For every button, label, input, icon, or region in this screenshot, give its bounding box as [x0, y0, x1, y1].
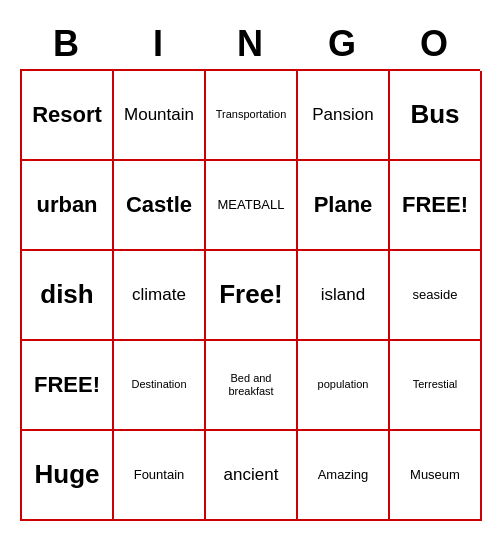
cell-text-r3-c0: FREE!: [34, 372, 100, 398]
bingo-cell-r4-c0: Huge: [22, 431, 114, 521]
bingo-cell-r1-c2: MEATBALL: [206, 161, 298, 251]
cell-text-r0-c1: Mountain: [124, 105, 194, 125]
cell-text-r3-c4: Terrestial: [413, 378, 458, 391]
bingo-cell-r4-c4: Museum: [390, 431, 482, 521]
cell-text-r0-c2: Transportation: [216, 108, 287, 121]
cell-text-r2-c2: Free!: [219, 279, 283, 310]
bingo-cell-r2-c0: dish: [22, 251, 114, 341]
bingo-card: BINGO ResortMountainTransportationPansio…: [20, 23, 480, 521]
bingo-cell-r4-c2: ancient: [206, 431, 298, 521]
header-letter-o: O: [390, 23, 478, 65]
header-letter-b: B: [22, 23, 110, 65]
header-letter-i: I: [114, 23, 202, 65]
bingo-cell-r2-c4: seaside: [390, 251, 482, 341]
cell-text-r3-c1: Destination: [131, 378, 186, 391]
cell-text-r1-c4: FREE!: [402, 192, 468, 218]
bingo-cell-r3-c1: Destination: [114, 341, 206, 431]
bingo-cell-r4-c1: Fountain: [114, 431, 206, 521]
bingo-cell-r0-c4: Bus: [390, 71, 482, 161]
bingo-cell-r2-c2: Free!: [206, 251, 298, 341]
bingo-cell-r3-c3: population: [298, 341, 390, 431]
bingo-cell-r3-c0: FREE!: [22, 341, 114, 431]
cell-text-r1-c3: Plane: [314, 192, 373, 218]
bingo-cell-r1-c3: Plane: [298, 161, 390, 251]
cell-text-r4-c4: Museum: [410, 467, 460, 483]
header-letter-n: N: [206, 23, 294, 65]
cell-text-r4-c0: Huge: [35, 459, 100, 490]
cell-text-r4-c3: Amazing: [318, 467, 369, 483]
cell-text-r1-c2: MEATBALL: [218, 197, 285, 213]
cell-text-r1-c0: urban: [36, 192, 97, 218]
cell-text-r0-c4: Bus: [410, 99, 459, 130]
bingo-cell-r1-c4: FREE!: [390, 161, 482, 251]
bingo-cell-r3-c2: Bed and breakfast: [206, 341, 298, 431]
cell-text-r4-c1: Fountain: [134, 467, 185, 483]
cell-text-r3-c3: population: [318, 378, 369, 391]
bingo-grid: ResortMountainTransportationPansionBusur…: [20, 69, 480, 521]
cell-text-r2-c3: island: [321, 285, 365, 305]
cell-text-r0-c3: Pansion: [312, 105, 373, 125]
bingo-cell-r1-c1: Castle: [114, 161, 206, 251]
cell-text-r2-c0: dish: [40, 279, 93, 310]
cell-text-r3-c2: Bed and breakfast: [210, 372, 292, 398]
bingo-cell-r0-c0: Resort: [22, 71, 114, 161]
bingo-cell-r2-c3: island: [298, 251, 390, 341]
header-letter-g: G: [298, 23, 386, 65]
bingo-cell-r0-c2: Transportation: [206, 71, 298, 161]
bingo-cell-r0-c1: Mountain: [114, 71, 206, 161]
cell-text-r2-c4: seaside: [413, 287, 458, 303]
cell-text-r4-c2: ancient: [224, 465, 279, 485]
bingo-cell-r0-c3: Pansion: [298, 71, 390, 161]
bingo-header: BINGO: [20, 23, 480, 65]
cell-text-r0-c0: Resort: [32, 102, 102, 128]
bingo-cell-r2-c1: climate: [114, 251, 206, 341]
bingo-cell-r3-c4: Terrestial: [390, 341, 482, 431]
cell-text-r1-c1: Castle: [126, 192, 192, 218]
bingo-cell-r1-c0: urban: [22, 161, 114, 251]
cell-text-r2-c1: climate: [132, 285, 186, 305]
bingo-cell-r4-c3: Amazing: [298, 431, 390, 521]
